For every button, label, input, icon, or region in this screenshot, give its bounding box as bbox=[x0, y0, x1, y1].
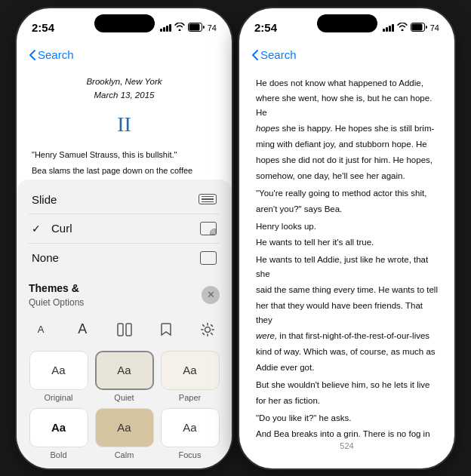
time-right: 2:54 bbox=[254, 21, 277, 34]
right-line4: ming with defiant joy, and stubborn hope… bbox=[256, 137, 438, 152]
battery-pct-right: 74 bbox=[430, 23, 439, 32]
back-label-right: Search bbox=[260, 48, 297, 61]
svg-line-12 bbox=[203, 333, 205, 334]
svg-rect-3 bbox=[126, 324, 131, 336]
status-bar-right: 2:54 bbox=[239, 8, 454, 41]
wifi-icon bbox=[174, 23, 185, 32]
theme-calm[interactable]: Aa Calm bbox=[94, 408, 154, 459]
svg-rect-1 bbox=[189, 23, 199, 30]
roman-numeral: II bbox=[32, 108, 217, 140]
status-bar-left: 2:54 bbox=[17, 8, 232, 41]
right-line8: aren't you?" says Bea. bbox=[256, 202, 438, 217]
none-icon bbox=[200, 251, 217, 265]
back-label-left: Search bbox=[38, 48, 74, 61]
font-large-button[interactable]: A bbox=[70, 318, 94, 342]
option-slide[interactable]: Slide bbox=[29, 186, 220, 214]
theme-bold-label: Bold bbox=[50, 450, 66, 459]
svg-line-10 bbox=[211, 333, 213, 334]
theme-focus[interactable]: Aa Focus bbox=[160, 408, 220, 459]
right-line9: Henry looks up. bbox=[256, 220, 438, 234]
bookmark-button[interactable] bbox=[154, 318, 178, 342]
theme-paper-label: Paper bbox=[179, 393, 201, 402]
scroll-options: Slide ✓ Curl bbox=[17, 180, 232, 275]
svg-rect-2 bbox=[118, 324, 123, 336]
right-line5: hopes she did not do it just for him. He… bbox=[256, 153, 438, 167]
phone-right: 2:54 bbox=[239, 8, 454, 468]
wifi-icon-right bbox=[397, 23, 408, 32]
format-toolbar: A A bbox=[29, 315, 220, 348]
book-content-right: He does not know what happened to Addie,… bbox=[239, 69, 454, 446]
themes-header: Themes & Quiet Options ✕ bbox=[29, 281, 220, 309]
battery-icon-right bbox=[411, 23, 427, 33]
theme-calm-label: Calm bbox=[115, 450, 134, 459]
curl-label: Curl bbox=[51, 222, 72, 235]
bottom-panel: Slide ✓ Curl bbox=[17, 180, 232, 468]
page-number: 524 bbox=[239, 438, 454, 453]
right-line19: "Do you like it?" he asks. bbox=[256, 411, 438, 425]
status-icons-right: 74 bbox=[383, 23, 439, 33]
notch-right bbox=[317, 14, 377, 32]
option-curl[interactable]: ✓ Curl bbox=[29, 214, 220, 244]
right-line12: said the same thing every time. He wants… bbox=[256, 283, 438, 297]
right-line10: He wants to tell her it's all true. bbox=[256, 235, 438, 250]
right-line11: He wants to tell Addie, just like he wro… bbox=[256, 253, 438, 281]
time-left: 2:54 bbox=[32, 21, 54, 34]
columns-button[interactable] bbox=[112, 318, 137, 342]
svg-line-9 bbox=[203, 324, 205, 326]
theme-focus-box[interactable]: Aa bbox=[161, 408, 220, 447]
nav-bar-left[interactable]: Search bbox=[17, 41, 232, 69]
checkmark-icon: ✓ bbox=[32, 223, 41, 235]
right-line7: "You're really going to method actor thi… bbox=[256, 186, 438, 201]
signal-icon-right bbox=[383, 24, 394, 32]
right-line15: kind of way. Which was, of course, as mu… bbox=[256, 345, 438, 359]
font-small-button[interactable]: A bbox=[29, 318, 53, 342]
svg-line-11 bbox=[211, 324, 213, 326]
close-button[interactable]: ✕ bbox=[202, 286, 220, 304]
notch-left bbox=[94, 14, 155, 32]
none-label: None bbox=[32, 251, 59, 264]
right-line3: hopes she is happy. He hopes she is stil… bbox=[256, 121, 438, 136]
sun-button[interactable] bbox=[195, 318, 220, 342]
quiet-options-label: Quiet Options bbox=[29, 297, 84, 308]
status-icons-left: 74 bbox=[160, 23, 217, 33]
slide-icon bbox=[199, 194, 217, 205]
themes-grid: Aa Original Aa Quiet Aa Paper Aa Bold bbox=[29, 348, 220, 465]
option-none[interactable]: None bbox=[29, 244, 220, 272]
right-line13: her that they would have been friends. T… bbox=[256, 299, 438, 327]
back-button-right[interactable]: Search bbox=[251, 48, 297, 61]
themes-section: Themes & Quiet Options ✕ A A bbox=[17, 275, 232, 468]
right-line14: were, in that first-night-of-the-rest-of… bbox=[256, 329, 438, 343]
theme-original-box[interactable]: Aa bbox=[29, 351, 88, 390]
signal-icon bbox=[160, 24, 171, 32]
theme-original[interactable]: Aa Original bbox=[29, 351, 88, 402]
right-line16: Addie ever got. bbox=[256, 361, 438, 375]
theme-paper-box[interactable]: Aa bbox=[161, 351, 220, 390]
svg-point-4 bbox=[205, 327, 211, 332]
back-button-left[interactable]: Search bbox=[29, 48, 74, 61]
theme-quiet-box[interactable]: Aa bbox=[95, 351, 154, 390]
svg-rect-14 bbox=[411, 23, 422, 30]
theme-quiet-label: Quiet bbox=[114, 393, 134, 402]
para1: "Henry Samuel Strauss, this is bullshit.… bbox=[32, 149, 217, 161]
right-line18: for her as fiction. bbox=[256, 394, 438, 408]
theme-bold[interactable]: Aa Bold bbox=[29, 408, 88, 459]
battery-icon bbox=[188, 23, 205, 33]
themes-title-text: Themes & bbox=[29, 282, 79, 294]
theme-bold-box[interactable]: Aa bbox=[29, 408, 88, 447]
right-line17: But she wouldn't believe him, so he lets… bbox=[256, 378, 438, 392]
theme-quiet[interactable]: Aa Quiet bbox=[94, 351, 154, 402]
right-line6: somehow, one day, he'll see her again. bbox=[256, 169, 438, 183]
right-line2: where she went, how she is, but he can h… bbox=[256, 91, 438, 120]
theme-paper[interactable]: Aa Paper bbox=[160, 351, 220, 402]
theme-calm-box[interactable]: Aa bbox=[95, 408, 154, 447]
slide-label: Slide bbox=[32, 193, 57, 206]
curl-icon bbox=[200, 222, 217, 235]
nav-bar-right[interactable]: Search bbox=[239, 41, 454, 69]
theme-focus-label: Focus bbox=[179, 450, 202, 459]
book-header: Brooklyn, New York March 13, 2015 bbox=[32, 75, 217, 103]
phone-left: 2:54 bbox=[17, 8, 232, 468]
right-line1: He does not know what happened to Addie, bbox=[256, 76, 438, 91]
battery-pct-left: 74 bbox=[208, 23, 217, 32]
themes-title: Themes & Quiet Options bbox=[29, 281, 84, 309]
theme-original-label: Original bbox=[45, 393, 73, 402]
